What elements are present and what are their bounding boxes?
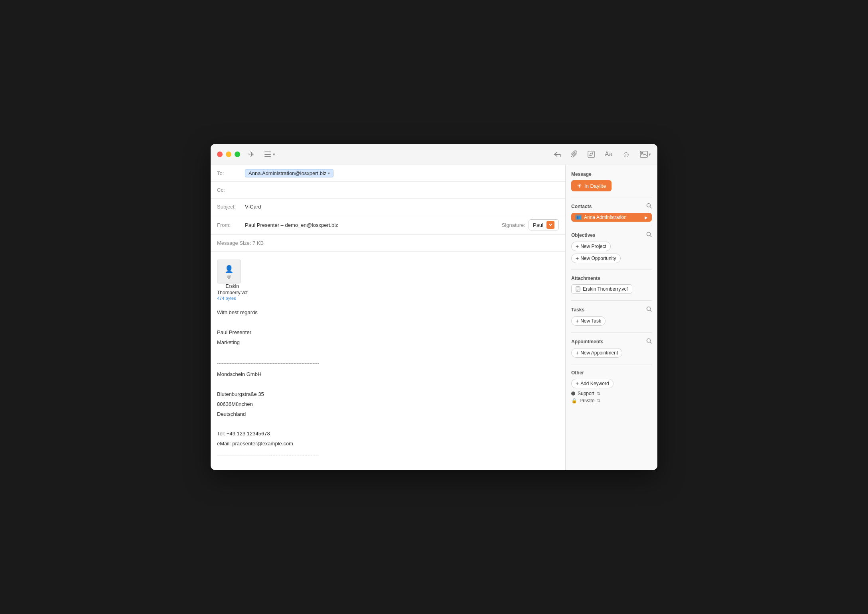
contact-anna-tag[interactable]: 👥 Anna Administration ▶	[571, 213, 652, 222]
daylite-sun-icon: ☀	[577, 183, 582, 189]
in-daylite-button[interactable]: ☀ In Daylite	[571, 180, 612, 191]
private-row: 🔒 Private ⇅	[571, 398, 652, 403]
new-task-plus: +	[576, 318, 579, 324]
minimize-button[interactable]	[226, 152, 231, 157]
signature-section: Signature: Paul	[502, 219, 559, 230]
tasks-label: Tasks	[571, 307, 584, 313]
cc-label: Cc:	[217, 187, 245, 193]
paperclip-icon[interactable]	[571, 150, 578, 158]
message-size-field: Message Size: 7 KB	[211, 235, 565, 252]
new-project-button[interactable]: + New Project	[571, 242, 611, 251]
svg-rect-1	[264, 154, 271, 155]
divider-5	[571, 332, 652, 333]
objectives-search-icon[interactable]	[646, 232, 652, 238]
appointments-label: Appointments	[571, 339, 604, 344]
to-label: To:	[217, 170, 245, 176]
add-keyword-plus: +	[576, 380, 579, 387]
support-stepper[interactable]: ⇅	[597, 391, 600, 396]
send-icon[interactable]: ✈	[248, 150, 255, 159]
new-task-button[interactable]: + New Task	[571, 316, 606, 326]
body-country: Deutschland	[217, 410, 559, 419]
attachments-label: Attachments	[571, 276, 600, 281]
font-icon[interactable]: Aa	[605, 151, 613, 158]
body-email: eMail: praesenter@example.com	[217, 440, 559, 448]
new-opportunity-button[interactable]: + New Opportunity	[571, 254, 621, 263]
attachment-name: ErskinThornberry.vcf	[217, 283, 247, 296]
contact-icon: 👥	[575, 215, 582, 220]
private-lock-icon: 🔒	[571, 398, 577, 403]
sidebar: Message ☀ In Daylite Contacts 👥 Ann	[566, 165, 657, 470]
attachment-file-button[interactable]: Erskin Thornberry.vcf	[571, 284, 632, 294]
contacts-section-title: Contacts	[571, 203, 652, 210]
body-divider2: ----------------------------------------…	[217, 451, 559, 459]
subject-label: Subject:	[217, 204, 245, 210]
body-tel: Tel: +49 123 12345678	[217, 430, 559, 438]
other-section-title: Other	[571, 370, 652, 376]
new-appointment-label: New Appointment	[580, 350, 618, 356]
new-project-label: New Project	[580, 244, 606, 249]
private-stepper[interactable]: ⇅	[597, 398, 600, 403]
cc-input[interactable]	[245, 187, 559, 193]
from-label: From:	[217, 222, 245, 228]
body-blank2	[217, 348, 559, 356]
to-recipient-value: Anna.Administration@iosxpert.biz	[249, 170, 326, 176]
appointments-search-icon[interactable]	[646, 338, 652, 345]
divider-2	[571, 226, 652, 226]
compose-icon[interactable]	[587, 150, 595, 158]
from-row: Paul Presenter – demo_en@iosxpert.biz Si…	[245, 219, 559, 230]
list-icon[interactable]: ▾	[264, 152, 275, 157]
add-keyword-button[interactable]: + Add Keyword	[571, 379, 614, 388]
traffic-lights	[217, 152, 240, 157]
support-row: Support ⇅	[571, 391, 652, 396]
support-dot	[571, 392, 575, 396]
body-blank1	[217, 319, 559, 327]
subject-field: Subject: V-Card	[211, 199, 565, 215]
new-opportunity-plus: +	[576, 255, 579, 262]
signature-arrow[interactable]	[546, 221, 554, 229]
divider-4	[571, 300, 652, 301]
body-blank4	[217, 420, 559, 428]
close-button[interactable]	[217, 152, 223, 157]
contact-name: Anna Administration	[584, 215, 627, 220]
to-recipient-tag[interactable]: Anna.Administration@iosxpert.biz ▾	[245, 169, 333, 177]
divider-1	[571, 197, 652, 197]
add-keyword-label: Add Keyword	[580, 381, 609, 386]
signature-select[interactable]: Paul	[529, 219, 559, 230]
contacts-search-icon[interactable]	[646, 203, 652, 210]
in-daylite-label: In Daylite	[584, 183, 606, 189]
toolbar-right: Aa ☺ ▾	[554, 150, 651, 159]
new-project-plus: +	[576, 243, 579, 250]
message-size-text: Message Size: 7 KB	[217, 240, 264, 246]
attachment-area: 👤 @ ErskinThornberry.vcf 474 bytes	[217, 260, 559, 301]
subject-value: V-Card	[245, 204, 261, 210]
objectives-label: Objectives	[571, 232, 596, 238]
body-sender-dept: Marketing	[217, 338, 559, 347]
titlebar: ✈ ▾	[211, 144, 657, 165]
vcard-person-icon: 👤	[225, 265, 233, 274]
body-street: Blutenburgstraße 35	[217, 390, 559, 399]
new-opportunity-label: New Opportunity	[580, 256, 616, 261]
svg-rect-0	[264, 152, 271, 152]
new-appointment-plus: +	[576, 350, 579, 356]
body-regards: With best regards	[217, 309, 559, 317]
contact-arrow-icon: ▶	[645, 215, 648, 220]
vcard-at-symbol: @	[227, 274, 231, 279]
emoji-icon[interactable]: ☺	[622, 150, 630, 159]
maximize-button[interactable]	[235, 152, 240, 157]
content-area: To: Anna.Administration@iosxpert.biz ▾ C…	[211, 165, 657, 470]
attachment-preview: 👤 @	[217, 260, 241, 283]
attachment-size: 474 bytes	[217, 296, 236, 301]
divider-6	[571, 364, 652, 364]
message-label: Message	[571, 171, 592, 177]
tasks-section-title: Tasks	[571, 306, 652, 313]
appointments-section-title: Appointments	[571, 338, 652, 345]
new-appointment-button[interactable]: + New Appointment	[571, 348, 622, 358]
reply-icon[interactable]	[554, 151, 562, 157]
private-label: Private	[580, 398, 594, 403]
body-city: 80636München	[217, 400, 559, 409]
tasks-search-icon[interactable]	[646, 306, 652, 313]
cc-field: Cc:	[211, 182, 565, 199]
image-icon[interactable]: ▾	[640, 151, 651, 158]
attachment-file-name: Erskin Thornberry.vcf	[583, 286, 628, 292]
other-label: Other	[571, 370, 584, 376]
